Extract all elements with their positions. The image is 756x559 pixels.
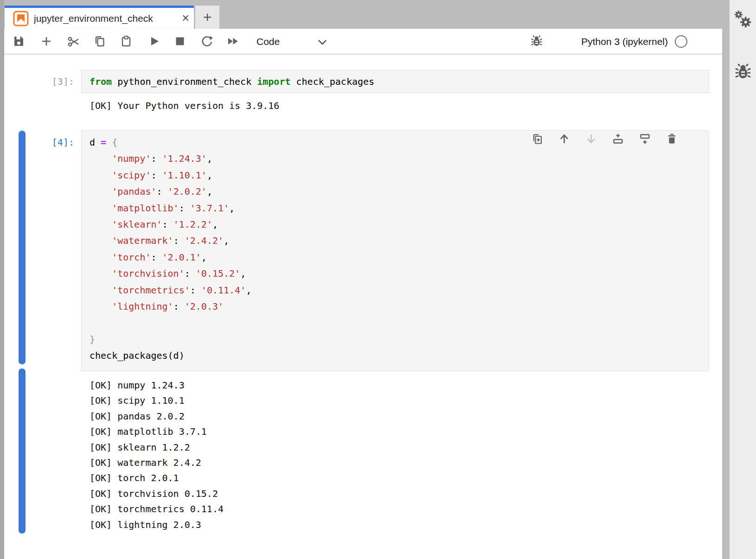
cut-icon[interactable]	[67, 35, 80, 48]
new-tab-button[interactable]: +	[195, 6, 219, 29]
tab-close-icon[interactable]: ×	[182, 12, 189, 25]
main-dock-panel: jupyter_environment_check × +	[4, 0, 722, 559]
add-cell-icon[interactable]	[40, 35, 53, 48]
debugger-tab-icon[interactable]	[733, 61, 753, 83]
cell-toolbar	[531, 133, 678, 145]
window-right-edge	[722, 0, 730, 559]
delete-cell-icon[interactable]	[666, 133, 678, 145]
restart-kernel-icon[interactable]	[200, 35, 213, 48]
output-collapser[interactable]	[19, 368, 26, 534]
window-left-edge	[0, 0, 4, 559]
property-inspector-icon[interactable]	[733, 9, 753, 31]
input-prompt-4: [4]:	[28, 137, 74, 148]
notebook-toolbar: Code Python 3 (ipykernel)	[4, 29, 722, 54]
save-icon[interactable]	[12, 35, 25, 48]
run-all-icon[interactable]	[227, 35, 240, 48]
code-editor-4[interactable]: d = { 'numpy': '1.24.3', 'scipy': '1.10.…	[82, 131, 709, 364]
debugger-icon[interactable]	[530, 34, 544, 48]
cell-3-output: [OK] Your Python version is 3.9.16	[90, 98, 279, 113]
cell-4-output: [OK] numpy 1.24.3[OK] scipy 1.10.1[OK] p…	[90, 378, 224, 533]
run-icon[interactable]	[147, 35, 160, 48]
paste-icon[interactable]	[120, 35, 133, 48]
chevron-down-icon[interactable]	[318, 39, 327, 45]
stop-icon[interactable]	[173, 35, 186, 48]
tab-title: jupyter_environment_check	[34, 13, 181, 24]
input-prompt-3: [3]:	[28, 76, 74, 87]
tab-bar: jupyter_environment_check × +	[4, 0, 722, 29]
tab-notebook[interactable]: jupyter_environment_check ×	[5, 6, 194, 29]
right-sidebar	[730, 0, 756, 559]
code-editor-3[interactable]: from python_environment_check import che…	[82, 76, 374, 87]
cell-type-value: Code	[256, 36, 280, 47]
duplicate-cell-icon[interactable]	[531, 133, 544, 145]
code-cell-3[interactable]: from python_environment_check import che…	[81, 70, 709, 93]
kernel-name: Python 3 (ipykernel)	[581, 29, 668, 54]
insert-cell-above-icon[interactable]	[612, 133, 624, 145]
copy-icon[interactable]	[93, 35, 106, 48]
cell-type-dropdown[interactable]: Code	[256, 29, 280, 54]
move-cell-up-icon[interactable]	[558, 133, 570, 145]
input-collapser[interactable]	[19, 131, 26, 364]
insert-cell-below-icon[interactable]	[639, 133, 651, 145]
notebook-icon	[13, 11, 29, 26]
move-cell-down-icon[interactable]	[585, 133, 597, 145]
code-cell-4[interactable]: d = { 'numpy': '1.24.3', 'scipy': '1.10.…	[81, 130, 709, 371]
jupyterlab-window: jupyter_environment_check × +	[0, 0, 756, 559]
kernel-status-icon[interactable]	[675, 35, 687, 48]
